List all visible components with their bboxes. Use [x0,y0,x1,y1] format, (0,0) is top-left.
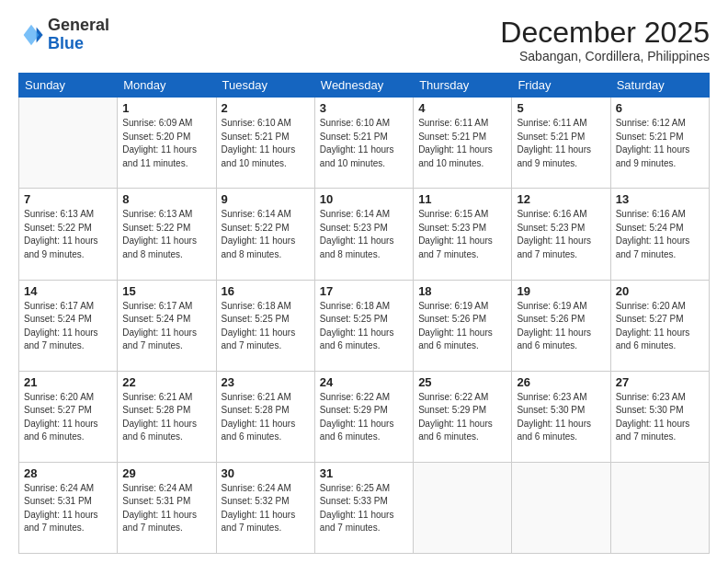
day-number: 4 [418,101,506,115]
page: General Blue December 2025 Sabangan, Cor… [0,0,728,563]
location-subtitle: Sabangan, Cordillera, Philippines [500,49,710,63]
day-number: 12 [517,192,605,206]
day-info: Sunrise: 6:12 AMSunset: 5:21 PMDaylight:… [616,117,704,170]
calendar-cell: 5Sunrise: 6:11 AMSunset: 5:21 PMDaylight… [512,98,610,189]
day-info: Sunrise: 6:10 AMSunset: 5:21 PMDaylight:… [320,117,408,170]
day-info: Sunrise: 6:22 AMSunset: 5:29 PMDaylight:… [418,391,506,444]
day-info: Sunrise: 6:21 AMSunset: 5:28 PMDaylight:… [122,391,210,444]
calendar-cell: 27Sunrise: 6:23 AMSunset: 5:30 PMDayligh… [610,371,709,462]
day-info: Sunrise: 6:19 AMSunset: 5:26 PMDaylight:… [517,300,605,353]
day-info: Sunrise: 6:15 AMSunset: 5:23 PMDaylight:… [418,208,506,261]
calendar-cell: 2Sunrise: 6:10 AMSunset: 5:21 PMDaylight… [216,98,314,189]
title-block: December 2025 Sabangan, Cordillera, Phil… [500,17,710,63]
calendar-week-2: 14Sunrise: 6:17 AMSunset: 5:24 PMDayligh… [19,280,710,371]
calendar-cell: 8Sunrise: 6:13 AMSunset: 5:22 PMDaylight… [118,189,216,280]
day-info: Sunrise: 6:22 AMSunset: 5:29 PMDaylight:… [320,391,408,444]
calendar-cell [512,462,610,553]
calendar-cell: 14Sunrise: 6:17 AMSunset: 5:24 PMDayligh… [19,280,118,371]
calendar-cell: 23Sunrise: 6:21 AMSunset: 5:28 PMDayligh… [216,371,314,462]
calendar-cell: 22Sunrise: 6:21 AMSunset: 5:28 PMDayligh… [118,371,216,462]
day-number: 26 [517,375,605,389]
day-info: Sunrise: 6:17 AMSunset: 5:24 PMDaylight:… [122,300,210,353]
calendar-cell: 28Sunrise: 6:24 AMSunset: 5:31 PMDayligh… [19,462,118,553]
day-info: Sunrise: 6:16 AMSunset: 5:24 PMDaylight:… [616,208,704,261]
day-number: 30 [222,466,310,480]
day-number: 14 [24,284,112,298]
day-number: 5 [517,101,605,115]
logo-text: General Blue [48,17,109,53]
calendar-cell: 7Sunrise: 6:13 AMSunset: 5:22 PMDaylight… [19,189,118,280]
calendar-cell [414,462,512,553]
calendar-cell: 18Sunrise: 6:19 AMSunset: 5:26 PMDayligh… [414,280,512,371]
calendar-cell: 30Sunrise: 6:24 AMSunset: 5:32 PMDayligh… [216,462,314,553]
logo: General Blue [18,17,109,53]
calendar-cell: 21Sunrise: 6:20 AMSunset: 5:27 PMDayligh… [19,371,118,462]
day-number: 17 [320,284,408,298]
calendar: Sunday Monday Tuesday Wednesday Thursday… [18,73,710,554]
calendar-cell: 16Sunrise: 6:18 AMSunset: 5:25 PMDayligh… [216,280,314,371]
day-number: 27 [616,375,704,389]
day-number: 3 [320,101,408,115]
header-sunday: Sunday [19,74,118,98]
calendar-cell: 20Sunrise: 6:20 AMSunset: 5:27 PMDayligh… [610,280,709,371]
day-info: Sunrise: 6:11 AMSunset: 5:21 PMDaylight:… [418,117,506,170]
day-number: 21 [24,375,112,389]
day-number: 11 [418,192,506,206]
day-number: 15 [122,284,210,298]
header-wednesday: Wednesday [314,74,413,98]
header-monday: Monday [118,74,216,98]
header: General Blue December 2025 Sabangan, Cor… [18,17,710,63]
day-info: Sunrise: 6:25 AMSunset: 5:33 PMDaylight:… [320,482,408,535]
calendar-cell: 12Sunrise: 6:16 AMSunset: 5:23 PMDayligh… [512,189,610,280]
day-info: Sunrise: 6:14 AMSunset: 5:23 PMDaylight:… [320,208,408,261]
calendar-cell: 1Sunrise: 6:09 AMSunset: 5:20 PMDaylight… [118,98,216,189]
day-number: 18 [418,284,506,298]
calendar-week-1: 7Sunrise: 6:13 AMSunset: 5:22 PMDaylight… [19,189,710,280]
calendar-cell: 25Sunrise: 6:22 AMSunset: 5:29 PMDayligh… [414,371,512,462]
calendar-cell: 15Sunrise: 6:17 AMSunset: 5:24 PMDayligh… [118,280,216,371]
day-number: 16 [222,284,310,298]
day-info: Sunrise: 6:19 AMSunset: 5:26 PMDaylight:… [418,300,506,353]
day-info: Sunrise: 6:16 AMSunset: 5:23 PMDaylight:… [517,208,605,261]
day-info: Sunrise: 6:13 AMSunset: 5:22 PMDaylight:… [24,208,112,261]
calendar-cell [610,462,709,553]
calendar-cell: 10Sunrise: 6:14 AMSunset: 5:23 PMDayligh… [314,189,413,280]
header-tuesday: Tuesday [216,74,314,98]
day-info: Sunrise: 6:18 AMSunset: 5:25 PMDaylight:… [320,300,408,353]
calendar-cell: 11Sunrise: 6:15 AMSunset: 5:23 PMDayligh… [414,189,512,280]
day-number: 10 [320,192,408,206]
day-number: 13 [616,192,704,206]
header-thursday: Thursday [414,74,512,98]
day-number: 9 [222,192,310,206]
day-number: 2 [222,101,310,115]
weekday-header-row: Sunday Monday Tuesday Wednesday Thursday… [19,74,710,98]
day-info: Sunrise: 6:09 AMSunset: 5:20 PMDaylight:… [122,117,210,170]
header-saturday: Saturday [610,74,709,98]
day-info: Sunrise: 6:24 AMSunset: 5:31 PMDaylight:… [122,482,210,535]
month-title: December 2025 [500,17,710,49]
day-info: Sunrise: 6:10 AMSunset: 5:21 PMDaylight:… [222,117,310,170]
logo-blue: Blue [48,34,84,52]
day-number: 31 [320,466,408,480]
day-info: Sunrise: 6:23 AMSunset: 5:30 PMDaylight:… [517,391,605,444]
day-number: 28 [24,466,112,480]
day-info: Sunrise: 6:14 AMSunset: 5:22 PMDaylight:… [222,208,310,261]
day-number: 7 [24,192,112,206]
day-number: 29 [122,466,210,480]
day-number: 8 [122,192,210,206]
calendar-week-4: 28Sunrise: 6:24 AMSunset: 5:31 PMDayligh… [19,462,710,553]
logo-general: General [48,16,109,34]
day-info: Sunrise: 6:20 AMSunset: 5:27 PMDaylight:… [616,300,704,353]
calendar-cell: 4Sunrise: 6:11 AMSunset: 5:21 PMDaylight… [414,98,512,189]
calendar-week-0: 1Sunrise: 6:09 AMSunset: 5:20 PMDaylight… [19,98,710,189]
day-info: Sunrise: 6:24 AMSunset: 5:31 PMDaylight:… [24,482,112,535]
calendar-cell: 24Sunrise: 6:22 AMSunset: 5:29 PMDayligh… [314,371,413,462]
calendar-cell: 13Sunrise: 6:16 AMSunset: 5:24 PMDayligh… [610,189,709,280]
calendar-cell: 29Sunrise: 6:24 AMSunset: 5:31 PMDayligh… [118,462,216,553]
day-number: 25 [418,375,506,389]
day-info: Sunrise: 6:18 AMSunset: 5:25 PMDaylight:… [222,300,310,353]
day-number: 6 [616,101,704,115]
logo-icon [18,22,44,48]
calendar-cell: 31Sunrise: 6:25 AMSunset: 5:33 PMDayligh… [314,462,413,553]
day-number: 24 [320,375,408,389]
